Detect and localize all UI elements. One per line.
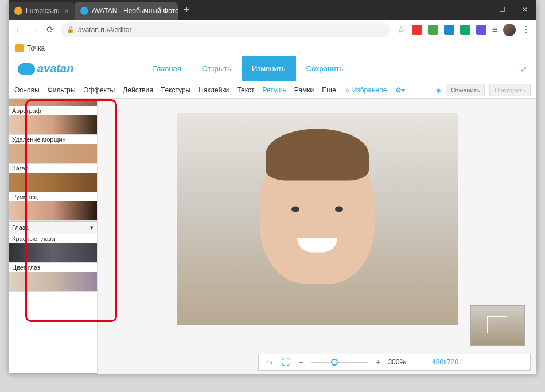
tab-lumpics[interactable]: Lumpics.ru × xyxy=(9,2,75,20)
tool-stickers[interactable]: Наклейки xyxy=(198,86,229,94)
sidebar-item-airbrush[interactable]: Аэрограф xyxy=(9,106,97,135)
minimap[interactable] xyxy=(470,305,525,346)
sidebar: Аэрограф Удаление морщин Загар Румянец Г… xyxy=(9,99,98,374)
forward-button[interactable]: → xyxy=(30,25,40,35)
ext-icon-1[interactable] xyxy=(412,25,422,35)
zoom-bar: ▭ ⛶ − + 300% 480x720 xyxy=(258,354,531,371)
app-header: avatan Главная Открыть Изменить Сохранит… xyxy=(9,56,536,81)
url-text: avatan.ru/#/editor xyxy=(78,26,131,34)
sidebar-label: Удаление морщин xyxy=(9,135,97,144)
lock-icon: 🔒 xyxy=(67,26,75,33)
tab-favicon xyxy=(80,7,88,15)
nav-save[interactable]: Сохранить xyxy=(296,56,354,81)
star-icon[interactable]: ☆ xyxy=(397,24,405,35)
bookmark-icon xyxy=(15,44,24,52)
sidebar-item-eyecolor[interactable]: Цвет глаз xyxy=(9,263,97,292)
sidebar-thumb xyxy=(9,115,97,134)
sidebar-section-eyes[interactable]: Глаза ▾ xyxy=(9,221,97,234)
logo-text: avatan xyxy=(37,62,73,75)
fit-icon[interactable]: ▭ xyxy=(263,358,274,367)
gear-icon[interactable]: ⚙▾ xyxy=(395,86,405,94)
tool-textures[interactable]: Текстуры xyxy=(161,86,191,94)
nav-edit[interactable]: Изменить xyxy=(242,56,296,81)
sidebar-label: Аэрограф xyxy=(9,106,97,115)
dimensions: 480x720 xyxy=(423,358,458,366)
sidebar-label: Румянец xyxy=(9,192,97,201)
tool-more[interactable]: Еще xyxy=(322,86,336,94)
fullscreen-icon[interactable]: ⛶ xyxy=(280,358,291,367)
redo-button[interactable]: Повторить xyxy=(489,84,531,96)
window-close[interactable]: ✕ xyxy=(513,0,536,20)
tool-retouch[interactable]: Ретушь xyxy=(263,86,286,94)
new-tab-button[interactable]: + xyxy=(178,4,196,16)
reload-button[interactable]: ⟳ xyxy=(46,24,54,35)
back-button[interactable]: ← xyxy=(14,25,24,35)
sidebar-label: Загар xyxy=(9,164,97,173)
profile-avatar[interactable] xyxy=(503,24,516,36)
ext-icon-2[interactable] xyxy=(428,25,438,35)
tab-avatan[interactable]: AVATAN - Необычный Фоторед × xyxy=(75,2,178,20)
star-icon: ☆ xyxy=(344,86,351,94)
url-input[interactable]: 🔒 avatan.ru/#/editor xyxy=(61,22,390,37)
extensions: ≡ ⋮ xyxy=(412,24,531,36)
sidebar-thumb xyxy=(9,201,97,220)
bookmarks-bar: Точка xyxy=(9,40,536,56)
nav-open[interactable]: Открыть xyxy=(192,56,242,81)
browser-titlebar: Lumpics.ru × AVATAN - Необычный Фоторед … xyxy=(9,0,536,20)
sidebar-item[interactable] xyxy=(9,99,97,106)
sidebar-item-blush[interactable]: Румянец xyxy=(9,192,97,221)
sidebar-thumb xyxy=(9,272,97,291)
sidebar-item-tan[interactable]: Загар xyxy=(9,164,97,192)
sidebar-label: Красные глаза xyxy=(9,234,97,243)
address-bar: ← → ⟳ 🔒 avatan.ru/#/editor ☆ ≡ ⋮ xyxy=(9,20,536,40)
tab-title: Lumpics.ru xyxy=(26,7,60,15)
logo[interactable]: avatan xyxy=(18,62,73,75)
zoom-in-button[interactable]: + xyxy=(374,358,382,367)
window-minimize[interactable]: — xyxy=(468,0,490,20)
zoom-out-button[interactable]: − xyxy=(297,358,305,367)
tool-favorites[interactable]: ☆ Избранное xyxy=(344,86,387,94)
zoom-value: 300% xyxy=(388,358,406,366)
tool-frames[interactable]: Рамки xyxy=(294,86,314,94)
window-maximize[interactable]: ☐ xyxy=(490,0,513,20)
sidebar-thumb xyxy=(9,173,97,192)
tool-actions[interactable]: Действия xyxy=(123,86,153,94)
sidebar-thumb xyxy=(9,144,97,163)
undo-button[interactable]: Отменить xyxy=(446,84,485,96)
chevron-down-icon: ▾ xyxy=(90,224,94,231)
ext-icon-5[interactable] xyxy=(476,25,486,35)
toolbar: Основы Фильтры Эффекты Действия Текстуры… xyxy=(9,81,536,99)
tool-text[interactable]: Текст xyxy=(237,86,254,94)
tab-favicon xyxy=(14,7,22,15)
menu-icon[interactable]: ≡ xyxy=(492,25,497,35)
face-placeholder xyxy=(260,141,375,284)
tool-filters[interactable]: Фильтры xyxy=(48,86,76,94)
tab-title: AVATAN - Необычный Фоторед xyxy=(92,7,178,15)
tool-basics[interactable]: Основы xyxy=(14,86,40,94)
tool-effects[interactable]: Эффекты xyxy=(84,86,115,94)
ext-icon-3[interactable] xyxy=(444,25,454,35)
bookmark-item[interactable]: Точка xyxy=(27,44,45,52)
sidebar-label: Цвет глаз xyxy=(9,263,97,272)
canvas-image[interactable] xyxy=(177,113,458,325)
sidebar-thumb xyxy=(9,243,97,262)
canvas-area[interactable]: ▭ ⛶ − + 300% 480x720 xyxy=(98,99,536,374)
zoom-slider[interactable] xyxy=(311,362,368,363)
layers-icon[interactable]: ◈ xyxy=(436,86,441,94)
sidebar-item-redeye[interactable]: Красные глаза xyxy=(9,234,97,263)
expand-icon[interactable]: ⤢ xyxy=(520,64,527,73)
minimap-viewport[interactable] xyxy=(487,316,507,333)
slider-thumb[interactable] xyxy=(331,359,338,366)
kebab-icon[interactable]: ⋮ xyxy=(521,24,531,35)
logo-icon xyxy=(18,63,35,75)
tab-close-icon[interactable]: × xyxy=(64,6,69,15)
nav-home[interactable]: Главная xyxy=(142,56,191,81)
ext-icon-4[interactable] xyxy=(460,25,470,35)
main-area: Аэрограф Удаление морщин Загар Румянец Г… xyxy=(9,99,536,374)
sidebar-item-wrinkles[interactable]: Удаление морщин xyxy=(9,135,97,164)
